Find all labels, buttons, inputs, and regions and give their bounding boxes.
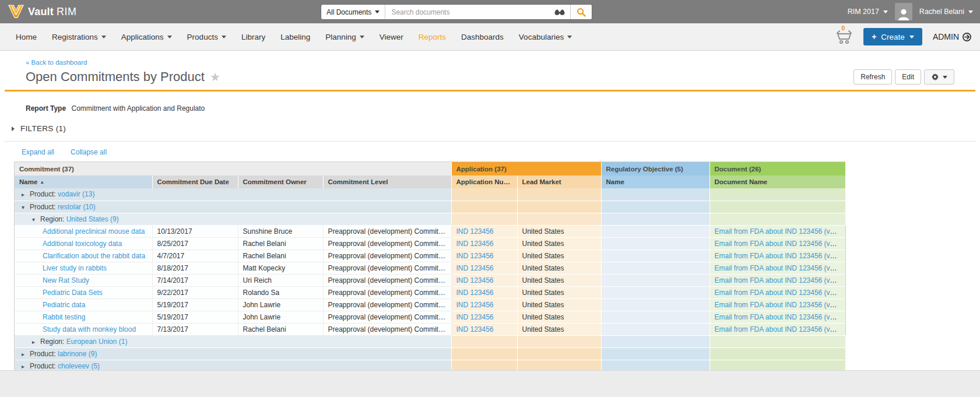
page-title: Open Commitments by Product [26,69,205,85]
expand-caret-icon[interactable]: ▸ [22,363,30,370]
application-number-cell-link[interactable]: IND 123456 [456,227,494,236]
nav-item-planning[interactable]: Planning [318,23,372,51]
gear-icon [931,73,939,81]
sort-asc-icon: ▲ [40,180,44,185]
nav-item-viewer[interactable]: Viewer [372,23,411,51]
advanced-search-button[interactable] [549,5,570,19]
expand-caret-icon[interactable]: ▸ [32,339,40,345]
document-name-cell-link[interactable]: Email from FDA about IND 123456 (v0.1) [715,264,842,272]
expand-all-link[interactable]: Expand all [22,148,54,156]
application-number-cell-link[interactable]: IND 123456 [456,276,494,284]
nav-item-home[interactable]: Home [8,23,44,51]
application-number-cell-link[interactable]: IND 123456 [456,313,494,321]
vault-logo[interactable]: Vault RIM [8,5,77,19]
nav-item-labeling[interactable]: Labeling [273,23,318,51]
settings-button[interactable] [924,69,954,85]
column-header-commitment-level[interactable]: Commitment Level [323,175,451,188]
user-menu[interactable]: Rachel Belani [919,8,973,16]
nav-right: 0 + Create ADMIN [835,27,972,47]
document-name-cell-link[interactable]: Email from FDA about IND 123456 (v0.1) [715,301,842,309]
document-name-cell: Email from FDA about IND 123456 (v0.1) [709,250,845,262]
search-icon [577,8,586,17]
avatar[interactable] [895,3,912,20]
nav-item-label: Reports [419,33,446,41]
create-button-label: Create [881,33,905,41]
nav-item-products[interactable]: Products [180,23,234,51]
document-name-cell-link[interactable]: Email from FDA about IND 123456 (v0.1) [715,252,842,260]
document-name-cell-link[interactable]: Email from FDA about IND 123456 (v0.1) [715,313,842,321]
document-name-cell-link[interactable]: Email from FDA about IND 123456 (v0.1) [715,325,842,333]
chevron-down-icon [943,76,947,79]
nav-item-library[interactable]: Library [234,23,273,51]
nav-item-dashboards[interactable]: Dashboards [454,23,511,51]
commitment-name-cell-link[interactable]: Additional toxicology data [43,240,122,248]
nav-item-label: Vocabularies [519,33,564,41]
collapse-caret-icon[interactable]: ▾ [32,216,40,223]
table-row: Pediatric Data Sets9/22/2017Rolando SaPr… [15,286,845,298]
document-name-cell-link[interactable]: Email from FDA about IND 123456 (v0.1) [715,289,842,297]
expand-caret-icon[interactable]: ▸ [22,351,30,357]
document-name-cell-link[interactable]: Email from FDA about IND 123456 (v0.1) [715,227,842,236]
commitment-name-cell-link[interactable]: New Rat Study [43,276,89,284]
commitment-name-cell-link[interactable]: Pediatric Data Sets [43,289,103,297]
application-number-cell-link[interactable]: IND 123456 [456,252,494,260]
search-scope-label: All Documents [326,8,371,16]
column-header-lead-market[interactable]: Lead Market [517,175,601,188]
collapse-caret-icon[interactable]: ▾ [22,204,30,210]
document-name-cell-link[interactable]: Email from FDA about IND 123456 (v0.1) [715,240,842,248]
nav-item-applications[interactable]: Applications [114,23,180,51]
application-number-cell-link[interactable]: IND 123456 [456,240,494,248]
group-link[interactable]: labrinone (9) [58,350,97,358]
document-name-cell-link[interactable]: Email from FDA about IND 123456 (v0.1) [715,276,842,284]
column-header-row: Name▲ Commitment Due Date Commitment Own… [15,175,845,188]
ro-name-cell [601,323,709,335]
application-number-cell-link[interactable]: IND 123456 [456,264,494,272]
commitment-level-cell: Preapproval (development) Commitment [323,225,451,237]
ro-name-cell [601,298,709,311]
commitment-name-cell-link[interactable]: Liver study in rabbits [43,264,107,272]
table-row: Liver study in rabbits8/18/2017Matt Kope… [15,262,845,274]
search-scope-dropdown[interactable]: All Documents [321,5,385,19]
collapse-all-link[interactable]: Collapse all [71,148,107,156]
filters-toggle[interactable]: FILTERS (1) [12,124,980,133]
column-header-commitment-owner[interactable]: Commitment Owner [238,175,323,188]
admin-button[interactable]: ADMIN [933,32,972,42]
vault-selector[interactable]: RIM 2017 [848,8,888,16]
nav-item-registrations[interactable]: Registrations [44,23,114,51]
commitment-name-cell-link[interactable]: Rabbit testing [43,313,85,321]
expand-caret-icon[interactable]: ▸ [22,191,30,198]
document-name-cell: Email from FDA about IND 123456 (v0.1) [709,274,845,286]
group-link[interactable]: restolar (10) [58,203,96,211]
group-link[interactable]: vodavir (13) [58,190,94,198]
empty-cell [451,188,517,201]
application-number-cell-link[interactable]: IND 123456 [456,301,494,309]
column-header-document-name[interactable]: Document Name [709,175,845,188]
report-table: Commitment (37) Application (37) Regulat… [14,161,846,373]
nav-item-reports[interactable]: Reports [411,23,454,51]
create-button[interactable]: + Create [863,28,922,45]
search-button[interactable] [570,5,592,19]
column-header-application-number[interactable]: Application Number [451,175,517,188]
back-to-dashboard-link[interactable]: « Back to dashboard [26,59,87,66]
group-link[interactable]: European Union (1) [66,338,128,346]
report-type-value: Commitment with Application and Regulato [71,104,205,113]
column-header-name[interactable]: Name▲ [15,175,152,188]
due-date-cell: 4/7/2017 [152,250,238,262]
commitment-name-cell: Rabbit testing [15,311,152,323]
application-number-cell-link[interactable]: IND 123456 [456,289,494,297]
commitment-name-cell-link[interactable]: Study data with monkey blood [43,325,136,333]
group-link[interactable]: United States (9) [66,215,119,223]
nav-item-vocabularies[interactable]: Vocabularies [511,23,579,51]
group-link[interactable]: choleveev (5) [58,362,100,370]
favorite-star-icon[interactable]: ★ [210,70,220,84]
edit-button[interactable]: Edit [895,69,921,85]
refresh-button[interactable]: Refresh [853,69,892,85]
commitment-name-cell-link[interactable]: Additional preclinical mouse data [43,227,145,236]
commitment-name-cell-link[interactable]: Pediatric data [43,301,85,309]
cart-button[interactable]: 0 [835,27,853,47]
column-header-ro-name[interactable]: Name [601,175,709,188]
application-number-cell-link[interactable]: IND 123456 [456,325,494,333]
search-input[interactable] [385,5,549,19]
column-header-commitment-due-date[interactable]: Commitment Due Date [152,175,238,188]
commitment-name-cell-link[interactable]: Clarification about the rabbit data [43,252,145,260]
